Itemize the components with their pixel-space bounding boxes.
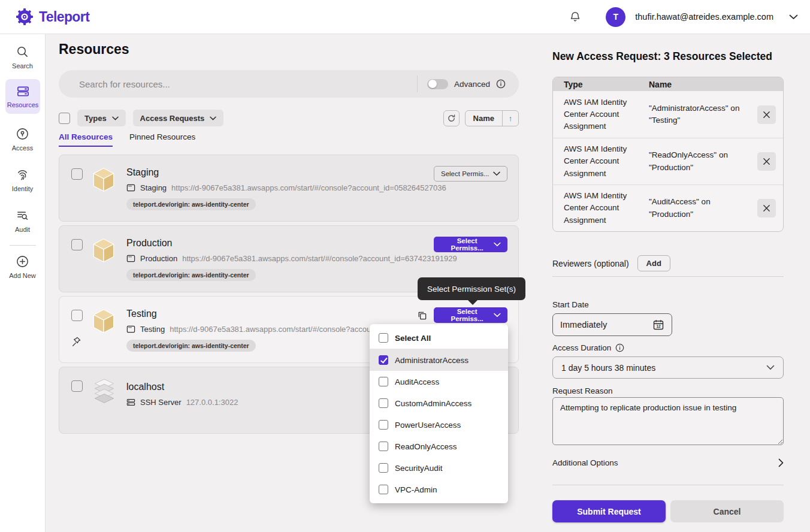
- select-permission-sets-button[interactable]: Select Permis...: [434, 166, 507, 182]
- dropdown-item-label: AdministratorAccess: [395, 356, 469, 365]
- resource-card-staging[interactable]: Staging Staging https://d-9067e5a381.aws…: [59, 155, 519, 222]
- sort-button[interactable]: Name ↑: [465, 110, 519, 126]
- select-permission-sets-button[interactable]: Select Permiss...: [434, 307, 507, 323]
- search-input[interactable]: [59, 70, 417, 98]
- permission-checkbox[interactable]: [379, 377, 388, 386]
- dropdown-item-securityaudit[interactable]: SecurityAudit: [370, 457, 508, 479]
- permission-checkbox[interactable]: [379, 463, 388, 473]
- select-permission-sets-label: Select Permis...: [441, 170, 489, 177]
- dropdown-item-label: PowerUserAccess: [395, 421, 461, 430]
- copy-icon[interactable]: [417, 310, 427, 321]
- top-header: Teleport T thufir.hawat@atreides.example…: [0, 0, 810, 34]
- resource-type-label: Production: [140, 254, 177, 263]
- select-permission-sets-button[interactable]: Select Permiss...: [434, 237, 507, 252]
- dropdown-item-poweruseraccess[interactable]: PowerUserAccess: [370, 414, 508, 436]
- types-filter-label: Types: [84, 114, 107, 123]
- sidebar-item-search[interactable]: Search: [0, 45, 45, 69]
- permission-checkbox[interactable]: [379, 420, 388, 430]
- resource-name-cell: "ReadOnlyAccess" on "Production": [649, 149, 745, 174]
- dropdown-item-customadminaccess[interactable]: CustomAdminAccess: [370, 392, 508, 414]
- types-filter-button[interactable]: Types: [77, 110, 126, 126]
- access-request-panel: New Access Request: 3 Resources Selected…: [542, 34, 810, 532]
- resource-checkbox[interactable]: [71, 168, 83, 180]
- panel-divider: [552, 276, 784, 277]
- select-permission-sets-label: Select Permiss...: [440, 308, 494, 322]
- access-duration-select[interactable]: 1 day 5 hours 38 minutes: [552, 356, 784, 379]
- chevron-down-icon: [210, 116, 216, 120]
- select-all-resources-checkbox[interactable]: [59, 113, 70, 124]
- select-permission-sets-label: Select Permiss...: [440, 237, 494, 252]
- start-date-input[interactable]: Immediately 12: [552, 313, 672, 336]
- access-requests-filter-label: Access Requests: [140, 114, 205, 123]
- notifications-bell-icon[interactable]: [569, 10, 582, 23]
- access-requests-filter-button[interactable]: Access Requests: [133, 110, 224, 126]
- start-date-label: Start Date: [552, 300, 589, 309]
- permission-checkbox[interactable]: [379, 398, 388, 408]
- user-menu-chevron-icon[interactable]: [789, 14, 798, 20]
- calendar-icon[interactable]: 12: [652, 319, 664, 331]
- sort-direction-arrow-icon[interactable]: ↑: [502, 111, 518, 126]
- dropdown-item-administratoraccess[interactable]: AdministratorAccess: [370, 349, 508, 371]
- sidebar-item-label: Search: [12, 62, 33, 69]
- resource-checkbox[interactable]: [71, 239, 83, 250]
- permission-checkbox[interactable]: [379, 333, 388, 343]
- remove-resource-button[interactable]: [757, 199, 776, 217]
- add-reviewer-button[interactable]: Add: [637, 255, 670, 271]
- brand-wordmark: Teleport: [39, 9, 89, 25]
- permission-checkbox[interactable]: [379, 485, 388, 494]
- info-icon[interactable]: [615, 343, 624, 352]
- dropdown-item-auditaccess[interactable]: AuditAccess: [370, 371, 508, 392]
- sidebar-item-audit[interactable]: Audit: [0, 208, 45, 233]
- app-window: Teleport T thufir.hawat@atreides.example…: [0, 0, 810, 532]
- table-header-row: Type Name: [553, 77, 783, 91]
- teleport-logo[interactable]: Teleport: [15, 7, 89, 26]
- sidebar-item-identity[interactable]: Identity: [0, 168, 45, 192]
- advanced-toggle[interactable]: [427, 79, 448, 89]
- additional-options-row[interactable]: Additional Options: [552, 458, 784, 467]
- access-duration-label-text: Access Duration: [552, 343, 611, 352]
- sidebar-item-add-new[interactable]: Add New: [0, 255, 45, 279]
- panel-actions: Submit Request Cancel: [552, 500, 784, 522]
- resource-checkbox[interactable]: [71, 380, 83, 392]
- column-header-type: Type: [553, 80, 649, 89]
- dropdown-item-label: VPC-Admin: [395, 485, 437, 494]
- user-avatar[interactable]: T: [606, 7, 625, 27]
- permission-checkbox[interactable]: [379, 442, 388, 451]
- permission-checkbox-checked[interactable]: [379, 355, 388, 365]
- remove-resource-button[interactable]: [757, 152, 776, 171]
- resource-type-label: Staging: [140, 183, 167, 192]
- submit-request-button[interactable]: Submit Request: [552, 500, 666, 522]
- resource-meta: SSH Server 127.0.0.1:3022: [126, 398, 238, 407]
- toggle-knob: [428, 80, 437, 88]
- filter-toolbar: Types Access Requests Name ↑: [59, 110, 519, 126]
- resource-card-body: Testing Testing https://d-9067e5a381.aws…: [126, 309, 382, 352]
- resource-name-cell: "AuditAccess" on "Production": [649, 196, 745, 220]
- refresh-button[interactable]: [443, 110, 460, 126]
- additional-options-label: Additional Options: [552, 458, 618, 467]
- panel-divider: [552, 485, 784, 485]
- advanced-search-group: Advanced: [417, 75, 519, 92]
- table-row: AWS IAM Identity Center Account Assignme…: [553, 138, 783, 185]
- resource-checkbox[interactable]: [71, 310, 83, 321]
- cancel-button[interactable]: Cancel: [670, 500, 784, 522]
- info-icon[interactable]: [496, 79, 506, 89]
- tab-pinned-resources[interactable]: Pinned Resources: [129, 132, 195, 147]
- dropdown-item-select-all[interactable]: Select All: [370, 327, 508, 349]
- remove-resource-button[interactable]: [757, 105, 776, 124]
- request-reason-textarea[interactable]: Attempting to replicate production issue…: [552, 397, 784, 445]
- dropdown-item-vpc-admin[interactable]: VPC-Admin: [370, 479, 508, 500]
- identity-fingerprint-icon: [16, 168, 29, 182]
- reviewers-row: Reviewers (optional) Add: [552, 255, 670, 271]
- sidebar-item-resources[interactable]: Resources: [5, 79, 40, 114]
- sidebar-item-label: Identity: [12, 185, 33, 192]
- search-icon: [16, 45, 29, 59]
- tab-all-resources[interactable]: All Resources: [59, 132, 113, 147]
- dropdown-item-readonlyaccess[interactable]: ReadOnlyAccess: [370, 436, 508, 457]
- resource-meta: Testing https://d-9067e5a381.awsapps.com…: [126, 325, 382, 334]
- sidebar-item-access[interactable]: Access: [0, 127, 45, 152]
- pin-resource-icon[interactable]: [71, 336, 81, 347]
- app-window-icon: [126, 325, 135, 334]
- app-window-icon: [126, 254, 135, 263]
- resource-card-body: Production Production https://d-9067e5a3…: [126, 238, 457, 281]
- dropdown-item-label: CustomAdminAccess: [395, 399, 472, 408]
